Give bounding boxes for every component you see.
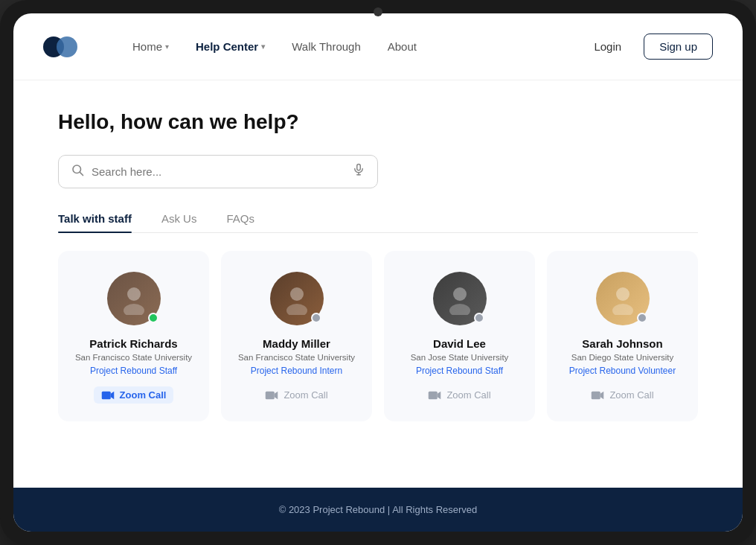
staff-role: Project Rebound Intern xyxy=(251,366,342,376)
svg-marker-16 xyxy=(438,391,441,399)
chevron-down-icon: ▾ xyxy=(261,42,265,51)
staff-role: Project Rebound Staff xyxy=(416,366,503,376)
status-indicator xyxy=(474,313,484,323)
staff-name: Sarah Johnson xyxy=(582,337,662,350)
mic-icon[interactable] xyxy=(352,163,365,180)
search-icon xyxy=(71,163,84,180)
video-camera-icon xyxy=(265,390,278,401)
staff-card-patrick: Patrick Richards San Francisco State Uni… xyxy=(58,251,209,421)
logo-circle-right xyxy=(57,36,77,57)
zoom-call-label: Zoom Call xyxy=(446,389,490,401)
video-camera-icon xyxy=(428,390,441,401)
svg-marker-8 xyxy=(110,391,114,399)
screen: Home ▾ Help Center ▾ Walk Through About … xyxy=(13,13,743,532)
search-bar xyxy=(58,155,378,188)
svg-marker-12 xyxy=(275,391,278,399)
staff-card-sarah: Sarah Johnson San Diego State University… xyxy=(547,251,698,421)
svg-point-5 xyxy=(127,287,141,301)
staff-university: San Diego State University xyxy=(571,353,673,362)
svg-line-1 xyxy=(80,172,83,175)
staff-university: San Francisco State University xyxy=(238,353,355,362)
nav-help-center-label: Help Center xyxy=(196,40,258,53)
avatar-wrap xyxy=(270,272,324,325)
video-camera-icon xyxy=(101,390,115,401)
logo[interactable] xyxy=(43,30,77,64)
video-camera-icon xyxy=(591,390,604,401)
nav-walkthrough-label: Walk Through xyxy=(292,40,361,53)
tab-talk-with-staff[interactable]: Talk with staff xyxy=(58,212,132,232)
staff-name: Patrick Richards xyxy=(89,337,177,350)
main-content: Hello, how can we help? xyxy=(13,80,743,488)
zoom-call-button[interactable]: Zoom Call xyxy=(257,386,335,404)
nav-walkthrough[interactable]: Walk Through xyxy=(281,34,371,59)
navbar: Home ▾ Help Center ▾ Walk Through About … xyxy=(13,13,743,80)
svg-rect-11 xyxy=(266,391,275,399)
svg-point-17 xyxy=(616,287,630,301)
svg-point-6 xyxy=(124,304,144,315)
nav-about[interactable]: About xyxy=(377,34,427,59)
staff-name: David Lee xyxy=(433,337,486,350)
staff-university: San Francisco State University xyxy=(75,353,192,362)
staff-university: San Jose State University xyxy=(411,353,509,362)
footer-text: © 2023 Project Rebound | All Rights Rese… xyxy=(43,504,713,515)
logo-icon xyxy=(43,30,77,64)
zoom-call-label: Zoom Call xyxy=(609,389,653,401)
nav-help-center[interactable]: Help Center ▾ xyxy=(185,34,275,59)
svg-rect-2 xyxy=(357,165,361,170)
avatar-wrap xyxy=(433,272,487,325)
device-frame: Home ▾ Help Center ▾ Walk Through About … xyxy=(0,0,756,545)
svg-point-10 xyxy=(286,304,307,315)
svg-point-18 xyxy=(612,304,633,315)
svg-rect-15 xyxy=(429,391,438,399)
search-input[interactable] xyxy=(92,165,352,178)
staff-grid: Patrick Richards San Francisco State Uni… xyxy=(58,251,698,421)
signup-button[interactable]: Sign up xyxy=(644,34,713,60)
status-indicator xyxy=(637,313,647,323)
status-indicator xyxy=(311,313,321,323)
nav-links: Home ▾ Help Center ▾ Walk Through About xyxy=(122,34,580,59)
login-button[interactable]: Login xyxy=(580,34,635,59)
svg-rect-19 xyxy=(592,391,600,399)
avatar-wrap xyxy=(107,272,161,325)
svg-rect-7 xyxy=(101,391,110,399)
svg-point-14 xyxy=(449,304,470,315)
staff-role: Project Rebound Volunteer xyxy=(569,366,676,376)
status-indicator xyxy=(148,313,158,323)
svg-marker-20 xyxy=(600,391,604,399)
tab-faqs[interactable]: FAQs xyxy=(226,212,254,232)
zoom-call-label: Zoom Call xyxy=(120,389,167,401)
staff-card-david: David Lee San Jose State University Proj… xyxy=(384,251,535,421)
staff-card-maddy: Maddy Miller San Francisco State Univers… xyxy=(221,251,372,421)
nav-home-label: Home xyxy=(132,40,162,53)
staff-role: Project Rebound Staff xyxy=(90,366,177,376)
chevron-down-icon: ▾ xyxy=(165,42,169,51)
nav-home[interactable]: Home ▾ xyxy=(122,34,179,59)
hero-title: Hello, how can we help? xyxy=(58,110,698,134)
svg-point-13 xyxy=(453,287,467,301)
tab-ask-us[interactable]: Ask Us xyxy=(161,212,197,232)
nav-about-label: About xyxy=(388,40,417,53)
avatar-wrap xyxy=(596,272,650,325)
zoom-call-button[interactable]: Zoom Call xyxy=(420,386,498,404)
zoom-call-label: Zoom Call xyxy=(284,389,327,401)
tabs: Talk with staff Ask Us FAQs xyxy=(58,212,698,233)
svg-point-9 xyxy=(290,287,304,301)
staff-name: Maddy Miller xyxy=(263,337,330,350)
zoom-call-button[interactable]: Zoom Call xyxy=(94,386,174,404)
nav-actions: Login Sign up xyxy=(580,34,713,60)
zoom-call-button[interactable]: Zoom Call xyxy=(583,386,661,404)
footer: © 2023 Project Rebound | All Rights Rese… xyxy=(13,488,743,532)
